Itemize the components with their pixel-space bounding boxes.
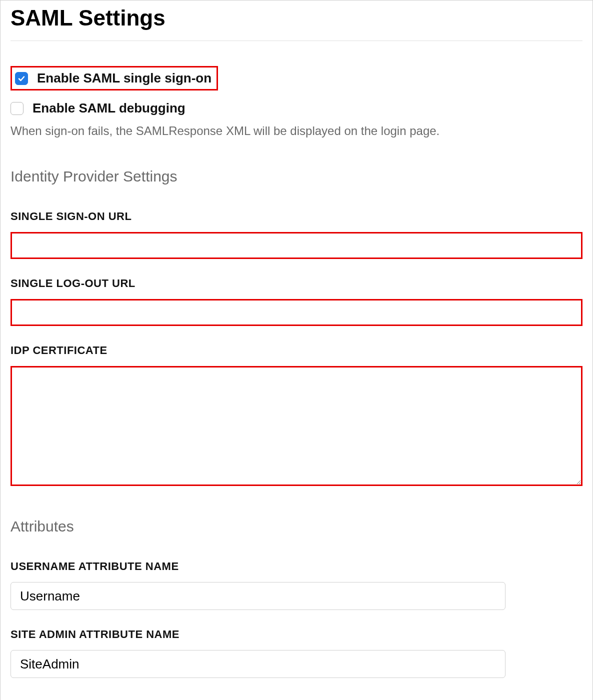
sso-url-label: SINGLE SIGN-ON URL <box>10 210 582 223</box>
idp-cert-textarea[interactable] <box>10 366 582 486</box>
idp-cert-field: IDP CERTIFICATE <box>10 344 582 488</box>
enable-sso-row: Enable SAML single sign-on <box>10 66 218 90</box>
enable-debugging-label: Enable SAML debugging <box>32 100 186 116</box>
sso-url-input[interactable] <box>10 232 582 259</box>
settings-panel: SAML Settings Enable SAML single sign-on… <box>0 0 593 700</box>
enable-sso-checkbox[interactable] <box>15 72 28 85</box>
enable-debugging-checkbox[interactable] <box>10 102 24 115</box>
sso-url-field: SINGLE SIGN-ON URL <box>10 210 582 259</box>
attributes-heading: Attributes <box>10 518 582 535</box>
site-admin-attr-field: SITE ADMIN ATTRIBUTE NAME <box>10 628 582 678</box>
page-title: SAML Settings <box>10 6 582 41</box>
attributes-section: Attributes USERNAME ATTRIBUTE NAME SITE … <box>10 518 582 678</box>
slo-url-label: SINGLE LOG-OUT URL <box>10 277 582 290</box>
slo-url-input[interactable] <box>10 299 582 326</box>
username-attr-label: USERNAME ATTRIBUTE NAME <box>10 560 582 573</box>
site-admin-attr-label: SITE ADMIN ATTRIBUTE NAME <box>10 628 582 641</box>
enable-debugging-row: Enable SAML debugging <box>10 100 582 116</box>
enable-sso-label: Enable SAML single sign-on <box>37 70 212 86</box>
debugging-help-text: When sign-on fails, the SAMLResponse XML… <box>10 124 582 138</box>
checkmark-icon <box>18 74 26 82</box>
site-admin-attr-input[interactable] <box>10 650 506 678</box>
slo-url-field: SINGLE LOG-OUT URL <box>10 277 582 326</box>
username-attr-field: USERNAME ATTRIBUTE NAME <box>10 560 582 610</box>
idp-cert-label: IDP CERTIFICATE <box>10 344 582 357</box>
username-attr-input[interactable] <box>10 582 506 610</box>
idp-section-heading: Identity Provider Settings <box>10 168 582 185</box>
